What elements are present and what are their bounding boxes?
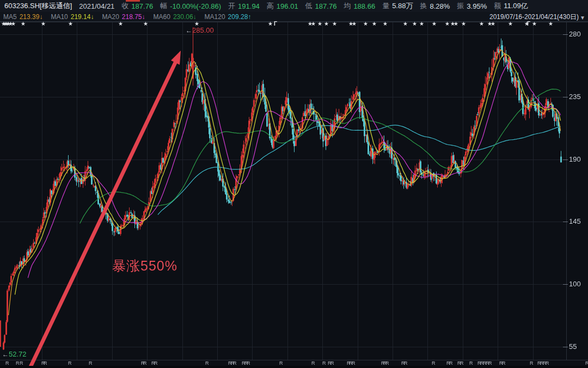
dividend-r-marker[interactable]: R [330, 361, 334, 366]
candlestick-chart-canvas[interactable] [0, 22, 588, 368]
ma60-legend: MA60230.06↓ [154, 13, 197, 21]
event-star-marker[interactable]: ★ [68, 21, 73, 27]
event-flag-marker[interactable]: Γ [274, 21, 277, 27]
event-star-marker[interactable]: ★ [508, 21, 513, 27]
dividend-r-marker[interactable]: R [89, 361, 93, 366]
event-star-marker[interactable]: ★ [491, 21, 495, 27]
event-flag-marker[interactable]: Γ [527, 21, 530, 27]
quote-header: 603236.SH[移远通信] 2021/04/21 收187.76 幅-10.… [0, 0, 588, 12]
dividend-r-marker[interactable]: R [460, 361, 464, 366]
event-star-marker[interactable]: ★ [317, 21, 322, 27]
y-axis-label: 145 [569, 218, 581, 225]
dividend-r-marker[interactable]: R [322, 361, 326, 366]
event-star-marker[interactable]: ★ [118, 21, 123, 27]
dividend-r-marker[interactable]: R [488, 361, 492, 366]
event-star-marker[interactable]: ★ [372, 21, 377, 27]
event-star-marker[interactable]: ★ [419, 21, 424, 27]
dividend-r-marker[interactable]: R [432, 361, 436, 366]
ma10-legend: MA10219.14↓ [51, 13, 94, 21]
dividend-r-marker[interactable]: R [68, 361, 72, 366]
event-star-marker[interactable]: ★ [548, 21, 553, 27]
dividend-r-marker[interactable]: R [385, 361, 389, 366]
left-arrow-icon: ← [186, 27, 192, 34]
event-star-marker[interactable]: ★ [461, 21, 466, 27]
dividend-r-marker[interactable]: R [502, 361, 506, 366]
dividend-r-marker[interactable]: R [233, 361, 237, 366]
event-star-marker[interactable]: ★ [363, 21, 368, 27]
field-volume: 量5.88万 [382, 1, 413, 11]
event-star-marker[interactable]: ★ [268, 21, 273, 27]
event-star-marker[interactable]: ★ [352, 21, 357, 27]
event-star-marker[interactable]: ★ [21, 21, 26, 27]
event-star-marker[interactable]: ★ [479, 21, 484, 27]
y-axis-label: 55 [569, 343, 577, 351]
dividend-r-marker[interactable]: R [279, 361, 283, 366]
field-amount: 额11.09亿 [494, 1, 528, 11]
y-axis-label: 190 [569, 156, 581, 163]
dividend-r-marker[interactable]: R [449, 361, 453, 366]
event-star-marker[interactable]: ★ [332, 21, 337, 27]
ma5-legend: MA5213.39↓ [3, 13, 42, 21]
event-star-marker[interactable]: ★ [454, 21, 458, 27]
dividend-r-marker[interactable]: R [469, 361, 473, 366]
left-arrow-icon: ← [2, 351, 9, 358]
dividend-r-marker[interactable]: R [5, 361, 9, 366]
event-star-marker[interactable]: ★ [324, 21, 329, 27]
ma120-legend: MA120209.28↑ [205, 13, 252, 21]
field-low: 低187.76 [305, 1, 337, 11]
event-star-marker[interactable]: ★ [143, 21, 148, 27]
event-star-marker[interactable]: ★ [412, 21, 417, 27]
y-axis-label: 235 [569, 93, 581, 101]
dividend-r-marker[interactable]: R [404, 361, 408, 366]
dividend-r-marker[interactable]: R [530, 361, 534, 366]
field-amplitude: 振3.95% [457, 1, 487, 11]
event-star-marker[interactable]: ★ [532, 21, 537, 27]
event-star-marker[interactable]: ★ [194, 21, 199, 27]
dividend-r-marker[interactable]: R [44, 361, 47, 366]
field-turnover: 换8.28% [420, 1, 450, 11]
event-star-marker[interactable]: ★ [432, 21, 437, 27]
dividend-r-marker[interactable]: R [205, 361, 209, 366]
dividend-r-marker[interactable]: R [311, 361, 315, 366]
surge-annotation-text: 暴涨550% [112, 257, 177, 275]
field-avg: 均188.66 [344, 1, 375, 11]
dividend-r-marker[interactable]: R [20, 361, 23, 366]
dividend-r-marker[interactable]: R [585, 361, 588, 366]
y-axis-label: 280 [569, 30, 581, 38]
dividend-r-marker[interactable]: R [247, 361, 250, 366]
dividend-r-marker[interactable]: R [16, 361, 20, 366]
dropdown-triangle-icon[interactable]: ▼ [580, 15, 585, 21]
event-star-marker[interactable]: ★ [11, 21, 16, 27]
stock-chart-app: 603236.SH[移远通信] 2021/04/21 收187.76 幅-10.… [0, 0, 588, 368]
field-close: 收187.76 [121, 1, 153, 11]
field-high: 高196.01 [267, 1, 298, 11]
dividend-r-marker[interactable]: R [154, 361, 158, 366]
field-change: 幅-10.00%(-20.86) [160, 1, 221, 11]
high-price-annotation: ←285.00 [186, 27, 214, 34]
event-star-marker[interactable]: ★ [41, 21, 46, 27]
event-star-marker[interactable]: ★ [403, 21, 408, 27]
dividend-r-marker[interactable]: R [546, 361, 549, 366]
dividend-r-marker[interactable]: R [352, 361, 356, 366]
stock-symbol: 603236.SH[移远通信] [4, 1, 72, 11]
bottom-edge [0, 366, 588, 368]
y-axis-label: 100 [569, 280, 581, 288]
event-star-marker[interactable]: ★ [311, 21, 316, 27]
ma20-legend: MA20218.75↓ [102, 13, 145, 21]
field-open: 开191.94 [228, 1, 260, 11]
top-red-marker [126, 0, 140, 2]
dividend-r-marker[interactable]: R [143, 361, 147, 366]
quote-date: 2021/04/21 [79, 2, 114, 10]
low-price-annotation: ←52.72 [2, 351, 27, 358]
event-star-marker[interactable]: ★ [445, 21, 450, 27]
event-star-marker[interactable]: ★ [383, 21, 388, 27]
